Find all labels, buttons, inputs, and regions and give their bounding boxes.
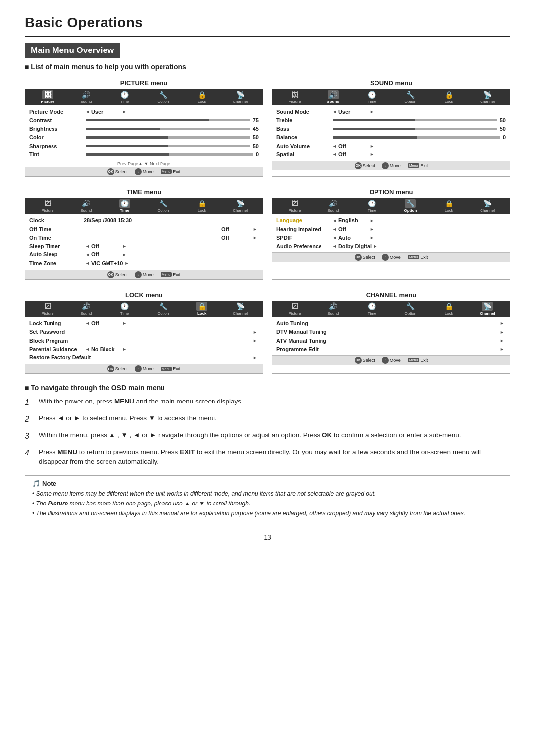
note-box: 🎵 Note Some menu items may be different … — [25, 475, 510, 523]
menu-row: Sharpness 50 — [29, 142, 259, 150]
btn-arrow-icon: ↕ — [382, 357, 389, 364]
menu-row: Contrast 75 — [29, 116, 259, 124]
menu-row: SpatialOff — [276, 150, 506, 158]
menu-bar-fill — [333, 136, 417, 139]
osd-label-sound: Sound — [80, 208, 92, 213]
menu-bar-fill — [86, 119, 209, 121]
arrow-left-icon — [332, 143, 337, 150]
osd-tab-channel: 📡 Channel — [221, 199, 260, 213]
osd-icon-option: 🔧 — [405, 199, 416, 208]
btn-menu-icon: Menu — [408, 255, 420, 259]
osd-icon-channel: 📡 — [482, 199, 493, 208]
arrow-right-icon — [124, 260, 129, 267]
osd-label-option: Option — [158, 208, 169, 213]
osd-label-time: Time — [368, 208, 376, 213]
menu-box-lock: LOCK menu 🖼 Picture 🔊 Sound 🕐 Time 🔧 Opt… — [25, 289, 263, 374]
page-number: 13 — [25, 533, 510, 541]
menu-bar — [86, 145, 250, 147]
menu-row-label: On Time — [29, 234, 84, 241]
osd-label-lock: Lock — [445, 100, 453, 104]
menu-content-sound: Sound ModeUserTreble 50 Bass 50 Balance … — [272, 105, 510, 161]
menu-footer-option: OK Select↕ MoveMenu Exit — [272, 252, 510, 262]
osd-icon-picture: 🖼 — [289, 90, 300, 99]
menu-bar — [86, 119, 250, 121]
osd-label-channel: Channel — [480, 100, 495, 104]
note-item: Some menu items may be different when th… — [32, 489, 503, 498]
step-number: 3 — [25, 430, 33, 442]
menu-row: Parental GuidanceNo Block — [29, 345, 259, 353]
note-header: 🎵 Note — [32, 480, 503, 487]
btn-ok-icon: OK — [107, 365, 114, 372]
osd-tab-option: 🔧 Option — [391, 90, 429, 104]
menu-row-label: Color — [29, 134, 84, 141]
menu-row: Audio PreferenceDolby Digital — [276, 242, 506, 251]
osd-label-picture: Picture — [41, 208, 54, 213]
menu-row-value: User — [338, 108, 368, 115]
menu-row-value: Off — [338, 151, 368, 158]
osd-icon-option: 🔧 — [158, 199, 168, 208]
menu-box-channel: CHANNEL menu 🖼 Picture 🔊 Sound 🕐 Time 🔧 … — [272, 289, 510, 374]
footer-exit: Menu Exit — [160, 271, 181, 278]
footer-move: ↕ Move — [382, 162, 401, 169]
menu-row-label: SPDIF — [276, 234, 331, 241]
menu-row-label: Language — [276, 217, 331, 224]
menu-row: Sound ModeUser — [276, 107, 506, 116]
osd-label-time: Time — [120, 311, 129, 316]
osd-label-lock: Lock — [198, 100, 206, 104]
menu-row-label: Balance — [276, 134, 331, 141]
osd-tab-picture: 🖼 Picture — [28, 199, 67, 213]
menu-bar-fill — [86, 128, 160, 130]
menu-row-value: Off — [91, 243, 121, 250]
menu-row-label: Picture Mode — [29, 108, 84, 115]
osd-icon-sound: 🔊 — [81, 90, 92, 99]
menu-bar-num: 0 — [503, 134, 506, 141]
arrow-left-icon — [332, 151, 337, 158]
menu-box-option: OPTION menu 🖼 Picture 🔊 Sound 🕐 Time 🔧 O… — [272, 186, 510, 280]
footer-exit: Menu Exit — [408, 357, 428, 364]
osd-label-picture: Picture — [288, 208, 301, 213]
menu-row: DTV Manual Tuning — [276, 328, 506, 336]
menu-row: ATV Manual Tuning — [276, 336, 506, 345]
osd-label-option: Option — [404, 208, 417, 213]
menu-row: Block Program — [29, 336, 259, 345]
osd-tab-channel: 📡 Channel — [468, 302, 507, 316]
menu-row: Lock TuningOff — [29, 319, 259, 328]
btn-arrow-icon: ↕ — [382, 254, 389, 261]
btn-ok-icon: OK — [107, 168, 114, 175]
menu-bar-num: 75 — [253, 117, 259, 124]
menu-row-label: Bass — [276, 125, 331, 132]
osd-icon-channel: 📡 — [235, 199, 246, 208]
footer-exit: Menu Exit — [408, 162, 428, 169]
menu-row-label: Brightness — [29, 125, 84, 132]
btn-ok-icon: OK — [355, 162, 362, 169]
menu-bar-fill — [86, 136, 168, 139]
menu-title-lock: LOCK menu — [25, 289, 263, 301]
osd-icon-sound: 🔊 — [328, 199, 339, 208]
list-intro: List of main menus to help you with oper… — [25, 63, 510, 71]
menu-box-sound: SOUND menu 🖼 Picture 🔊 Sound 🕐 Time 🔧 Op… — [272, 77, 510, 177]
menu-row: Time ZoneVIC GMT+10 — [29, 259, 259, 267]
osd-tab-channel: 📡 Channel — [221, 90, 260, 104]
menu-footer-sound: OK Select↕ MoveMenu Exit — [272, 161, 510, 170]
arrow-right-icon — [122, 108, 127, 115]
menu-row-label: Sleep Timer — [29, 243, 84, 250]
arrow-left-icon — [85, 243, 90, 250]
osd-label-picture: Picture — [41, 311, 54, 316]
osd-tab-lock: 🔒 Lock — [429, 199, 468, 213]
menu-bar — [333, 136, 500, 139]
menu-row-value: Off — [338, 226, 368, 233]
osd-tab-lock: 🔒 Lock — [429, 302, 468, 316]
osd-tab-option: 🔧 Option — [391, 302, 429, 316]
btn-menu-icon: Menu — [160, 169, 172, 174]
menu-bar-container: 75 — [86, 117, 259, 124]
osd-bar: 🖼 Picture 🔊 Sound 🕐 Time 🔧 Option 🔒 Lock… — [25, 301, 263, 317]
menu-row-label: Treble — [276, 117, 331, 124]
osd-label-sound: Sound — [327, 208, 339, 213]
arrow-right-icon — [500, 320, 504, 327]
osd-bar: 🖼 Picture 🔊 Sound 🕐 Time 🔧 Option 🔒 Lock… — [272, 198, 510, 214]
menu-row: Tint 0 — [29, 150, 259, 158]
menu-row-value: Off — [338, 143, 368, 150]
arrow-right-icon — [370, 217, 374, 224]
menu-bar-num: 45 — [253, 125, 259, 132]
osd-tab-lock: 🔒 Lock — [182, 90, 221, 104]
